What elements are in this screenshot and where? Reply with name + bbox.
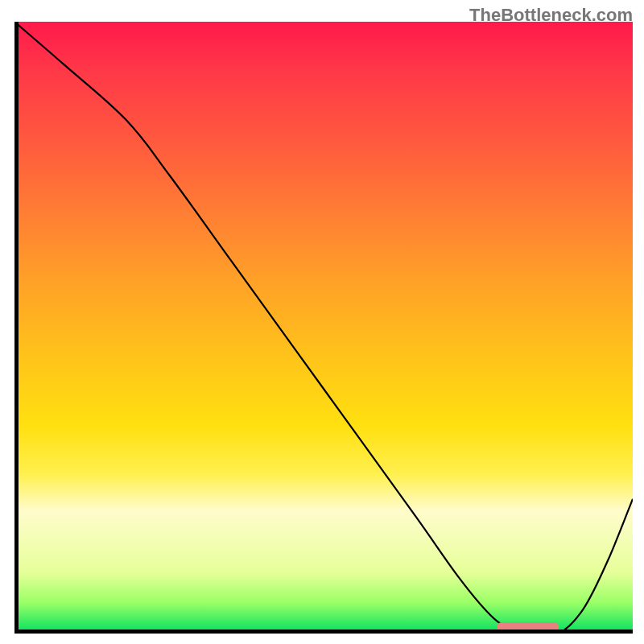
watermark-text: TheBottleneck.com [469, 5, 633, 26]
chart-svg [14, 22, 633, 634]
chart-container [14, 22, 633, 634]
optimal-range-marker [497, 622, 559, 632]
bottleneck-curve [14, 22, 633, 634]
